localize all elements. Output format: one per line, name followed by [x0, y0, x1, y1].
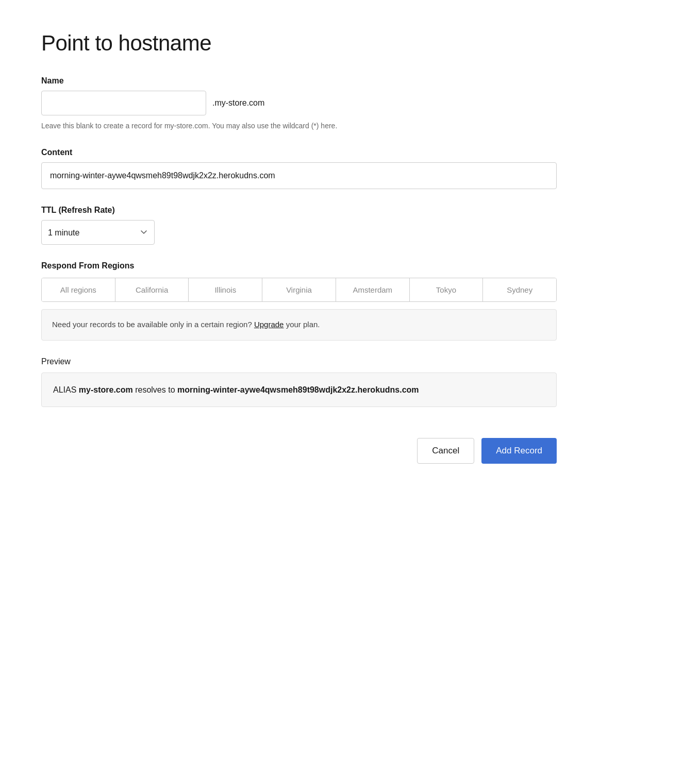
upgrade-notice: Need your records to be available only i…	[41, 309, 557, 341]
page-title: Point to hostname	[41, 31, 557, 56]
ttl-select[interactable]: 1 minute 5 minutes 15 minutes 30 minutes…	[41, 220, 155, 245]
name-input[interactable]	[41, 91, 206, 115]
name-row: .my-store.com	[41, 91, 557, 115]
region-tab-all-regions[interactable]: All regions	[42, 278, 115, 301]
region-tab-amsterdam[interactable]: Amsterdam	[336, 278, 410, 301]
preview-group: Preview ALIAS my-store.com resolves to m…	[41, 357, 557, 408]
add-record-button[interactable]: Add Record	[481, 438, 557, 464]
upgrade-notice-text-after: your plan.	[286, 320, 320, 329]
name-hint: Leave this blank to create a record for …	[41, 121, 557, 131]
content-input[interactable]	[41, 162, 557, 189]
button-row: Cancel Add Record	[41, 438, 557, 464]
name-label: Name	[41, 76, 557, 86]
preview-label: Preview	[41, 357, 557, 366]
regions-field-group: Respond From Regions All regions Califor…	[41, 261, 557, 341]
region-tab-california[interactable]: California	[115, 278, 189, 301]
content-label: Content	[41, 148, 557, 157]
regions-tabs: All regions California Illinois Virginia…	[41, 278, 557, 302]
preview-box: ALIAS my-store.com resolves to morning-w…	[41, 373, 557, 408]
ttl-field-group: TTL (Refresh Rate) 1 minute 5 minutes 15…	[41, 206, 557, 245]
preview-resolves-text: resolves to	[135, 385, 175, 394]
ttl-label: TTL (Refresh Rate)	[41, 206, 557, 215]
region-tab-tokyo[interactable]: Tokyo	[410, 278, 484, 301]
form-container: Point to hostname Name .my-store.com Lea…	[41, 31, 557, 464]
region-tab-illinois[interactable]: Illinois	[189, 278, 262, 301]
preview-target: morning-winter-aywe4qwsmeh89t98wdjk2x2z.…	[177, 385, 419, 394]
content-field-group: Content	[41, 148, 557, 189]
domain-suffix: .my-store.com	[212, 98, 264, 108]
upgrade-notice-text-before: Need your records to be available only i…	[52, 320, 252, 329]
region-tab-virginia[interactable]: Virginia	[262, 278, 336, 301]
cancel-button[interactable]: Cancel	[417, 438, 474, 464]
name-field-group: Name .my-store.com Leave this blank to c…	[41, 76, 557, 131]
preview-prefix: ALIAS	[53, 385, 76, 394]
region-tab-sydney[interactable]: Sydney	[483, 278, 556, 301]
regions-label: Respond From Regions	[41, 261, 557, 270]
preview-domain: my-store.com	[79, 385, 133, 394]
upgrade-link[interactable]: Upgrade	[254, 320, 284, 329]
